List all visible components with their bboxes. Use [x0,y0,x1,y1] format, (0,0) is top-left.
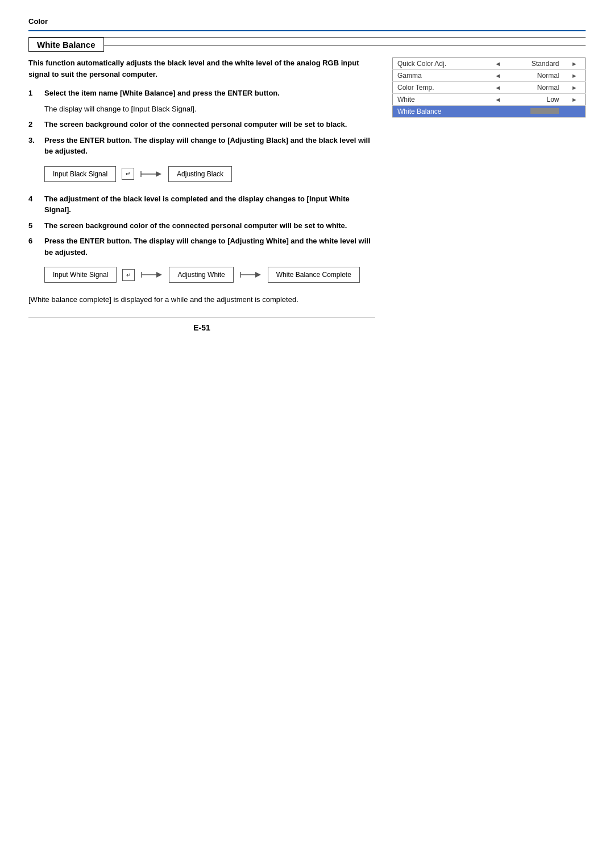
title-line [104,46,586,46]
menu-left-arrow-4 [487,106,508,118]
title-row: White Balance [28,37,586,52]
menu-left-arrow-2: ◄ [487,82,508,94]
menu-left-arrow-0: ◄ [487,58,508,70]
diagram-1: Input Black Signal ↵ Adjusting Black [44,166,375,182]
step-2: 2 The screen background color of the con… [28,119,375,130]
menu-right-arrow-1: ► [563,70,585,82]
menu-right-arrow-3: ► [563,94,585,106]
menu-left-arrow-1: ◄ [487,70,508,82]
menu-left-arrow-3: ◄ [487,94,508,106]
diag1-enter: ↵ [122,168,134,180]
diag2-enter: ↵ [122,269,135,281]
top-rule [28,30,586,31]
diag2-arrow2-icon [239,268,262,282]
step-text-5: The screen background color of the conne… [44,220,347,232]
menu-item-name-3: White [393,94,488,106]
step-5: 5 The screen background color of the con… [28,220,375,232]
menu-table: Quick Color Adj.◄Standard►Gamma◄Normal►C… [392,57,586,118]
menu-item-name-0: Quick Color Adj. [393,58,488,70]
diag2-box2: Adjusting White [169,267,233,283]
menu-row-4: White Balance [393,106,586,118]
diag2-box1: Input White Signal [44,267,117,283]
sub-step-1: The display will change to [Input Black … [44,104,375,115]
step-num-1: 1 [28,88,44,99]
diag2-box3: White Balance Complete [268,267,360,283]
menu-right-arrow-2: ► [563,82,585,94]
menu-item-name-1: Gamma [393,70,488,82]
menu-item-name-2: Color Temp. [393,82,488,94]
menu-item-value-3: Low [508,94,563,106]
page-number: E-51 [28,323,375,332]
menu-item-value-2: Normal [508,82,563,94]
step-text-4: The adjustment of the black level is com… [44,193,375,216]
right-column: Quick Color Adj.◄Standard►Gamma◄Normal►C… [392,52,586,332]
svg-marker-7 [255,272,261,278]
step-text-6: Press the ENTER button. The display will… [44,235,375,258]
diag1-arrow-icon [140,167,163,181]
menu-item-value-4 [508,106,563,118]
completion-text: [White balance complete] is displayed fo… [28,294,375,305]
step-text-1: Select the item name [White Balance] and… [44,88,280,99]
step-num-4: 4 [28,193,44,216]
section-title: White Balance [28,38,104,52]
menu-right-arrow-4 [563,106,585,118]
menu-row-2: Color Temp.◄Normal► [393,82,586,94]
diag1-box2: Adjusting Black [168,166,232,182]
step-6: 6 Press the ENTER button. The display wi… [28,235,375,258]
step-3: 3. Press the ENTER button. The display w… [28,135,375,157]
step-text-3: Press the ENTER button. The display will… [44,135,375,157]
step-text-2: The screen background color of the conne… [44,119,347,130]
menu-row-0: Quick Color Adj.◄Standard► [393,58,586,70]
left-column: This function automatically adjusts the … [28,52,375,332]
menu-item-value-1: Normal [508,70,563,82]
menu-row-1: Gamma◄Normal► [393,70,586,82]
diagram-2: Input White Signal ↵ Adjusting White Whi… [44,267,375,283]
diag2-arrow1-icon [140,268,163,282]
step-1: 1 Select the item name [White Balance] a… [28,88,375,99]
section-label: Color [28,17,586,26]
menu-right-arrow-0: ► [563,58,585,70]
step-num-2: 2 [28,119,44,130]
svg-marker-4 [156,272,162,278]
diag1-box1: Input Black Signal [44,166,116,182]
menu-item-name-4: White Balance [393,106,488,118]
main-content: This function automatically adjusts the … [28,52,586,332]
intro-text: This function automatically adjusts the … [28,57,375,80]
menu-row-3: White◄Low► [393,94,586,106]
wb-progress-bar [530,108,559,114]
step-num-6: 6 [28,235,44,258]
step-4: 4 The adjustment of the black level is c… [28,193,375,216]
step-num-3: 3. [28,135,44,157]
bottom-rule [28,317,375,317]
step-num-5: 5 [28,220,44,232]
menu-item-value-0: Standard [508,58,563,70]
svg-marker-1 [156,171,161,177]
